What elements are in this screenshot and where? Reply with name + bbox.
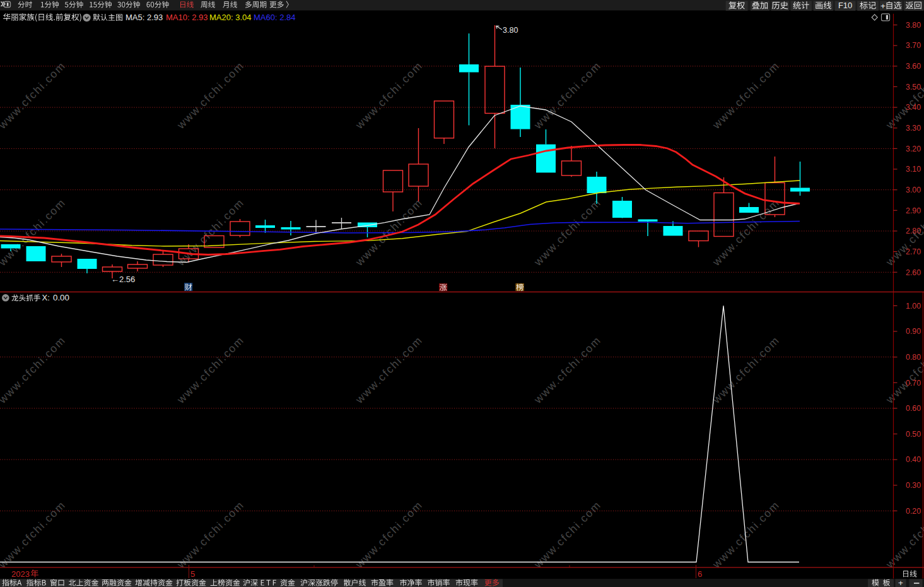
svg-text:+: + (898, 578, 903, 587)
svg-text:5: 5 (190, 569, 195, 579)
svg-text:3.70: 3.70 (906, 41, 921, 50)
svg-text:2023: 2023 (11, 569, 30, 579)
svg-text:3.80: 3.80 (906, 21, 921, 30)
svg-text:3.30: 3.30 (906, 124, 921, 133)
svg-text:0.30: 0.30 (906, 481, 921, 490)
svg-text:0.40: 0.40 (906, 455, 921, 464)
svg-text:3.80: 3.80 (503, 26, 518, 35)
svg-text:MA5: 2.93: MA5: 2.93 (126, 13, 163, 22)
svg-text:2.80: 2.80 (906, 227, 921, 235)
svg-text:3.40: 3.40 (906, 103, 921, 112)
svg-text:0.50: 0.50 (906, 430, 921, 439)
svg-text:0.00: 0.00 (53, 293, 69, 302)
svg-text:0.20: 0.20 (906, 507, 921, 516)
svg-text:F10: F10 (838, 1, 852, 10)
svg-text:6: 6 (698, 569, 702, 579)
svg-text:0.60: 0.60 (906, 404, 921, 413)
svg-text:MA10: 2.93: MA10: 2.93 (166, 13, 208, 22)
svg-text:1.00: 1.00 (906, 302, 921, 311)
svg-text:2.60: 2.60 (906, 268, 921, 277)
svg-text:3.60: 3.60 (906, 62, 921, 71)
svg-text:0.70: 0.70 (906, 379, 921, 388)
svg-text:←2.56: ←2.56 (111, 275, 135, 284)
svg-text:MA20: 3.04: MA20: 3.04 (209, 13, 252, 22)
svg-text:3.20: 3.20 (906, 145, 921, 153)
svg-text:3.00: 3.00 (906, 186, 921, 194)
svg-text:+: + (880, 1, 886, 11)
svg-text:0.90: 0.90 (906, 327, 921, 336)
svg-text:2.70: 2.70 (906, 247, 921, 256)
svg-text:3.50: 3.50 (906, 83, 921, 92)
svg-text:MA60: 2.84: MA60: 2.84 (254, 13, 296, 22)
svg-text:X:: X: (42, 293, 50, 302)
svg-text:2.90: 2.90 (906, 206, 921, 215)
svg-text:0.80: 0.80 (906, 353, 921, 362)
svg-text:3.10: 3.10 (906, 165, 921, 174)
